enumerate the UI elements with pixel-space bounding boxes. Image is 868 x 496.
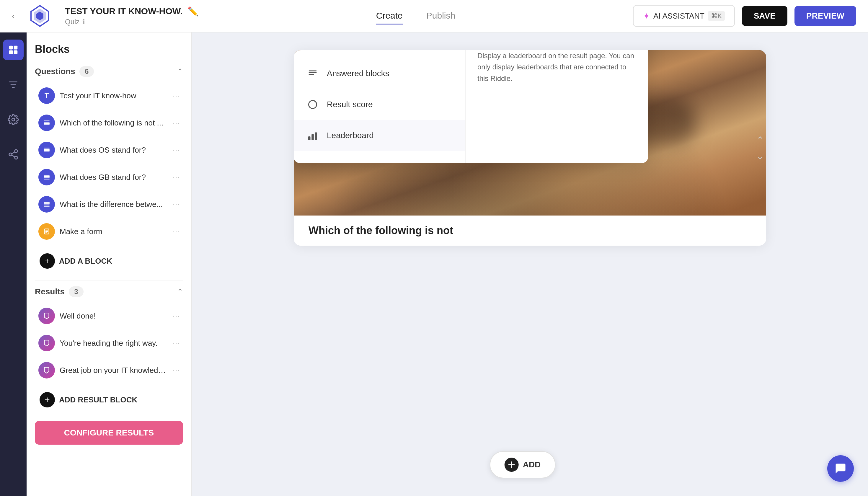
configure-results-button[interactable]: CONFIGURE RESULTS xyxy=(35,421,183,445)
navbar-actions: ✦ AI ASSISTANT ⌘K SAVE PREVIEW xyxy=(633,5,856,27)
block-more-icon[interactable]: ··· xyxy=(173,118,180,127)
ai-label: AI ASSISTANT xyxy=(653,12,704,21)
scroll-up-icon[interactable]: ⌃ xyxy=(756,135,764,145)
block-label: Make a form xyxy=(60,227,168,236)
list-item[interactable]: What does GB stand for? ··· xyxy=(35,164,183,190)
block-more-icon[interactable]: ··· xyxy=(173,172,180,182)
svg-rect-19 xyxy=(311,134,314,140)
questions-chevron-icon[interactable]: ⌃ xyxy=(177,67,183,76)
leaderboard-icon xyxy=(306,128,320,143)
svg-point-8 xyxy=(15,150,18,153)
block-label: Well done! xyxy=(60,311,168,321)
list-item[interactable]: Which of the following is not ... ··· xyxy=(35,110,183,136)
block-icon-t: T xyxy=(38,88,55,104)
title-area: TEST YOUR IT KNOW-HOW. ✏️ Quiz ℹ xyxy=(65,6,198,26)
back-button[interactable]: ‹ xyxy=(12,11,15,21)
blocks-panel: Blocks Questions 6 ⌃ T Test your IT know… xyxy=(27,32,192,496)
block-icon-eq2 xyxy=(38,142,55,158)
preview-button[interactable]: PREVIEW xyxy=(794,6,856,26)
svg-point-10 xyxy=(15,156,18,159)
list-item[interactable]: Well done! ··· xyxy=(35,303,183,329)
svg-line-11 xyxy=(12,155,15,157)
block-label: Great job on your IT knowledg... xyxy=(60,366,168,375)
sidebar-icon-settings[interactable] xyxy=(3,109,24,130)
add-block-label: ADD A BLOCK xyxy=(59,257,112,266)
ai-shortcut: ⌘K xyxy=(708,11,725,21)
ai-star-icon: ✦ xyxy=(643,11,650,21)
list-item[interactable]: What does OS stand for? ··· xyxy=(35,137,183,163)
result-icon-1 xyxy=(38,308,55,324)
quiz-type: Quiz xyxy=(65,18,79,26)
list-item[interactable]: What is the difference betwe... ··· xyxy=(35,191,183,217)
add-result-block-button[interactable]: + ADD RESULT BLOCK xyxy=(35,387,183,413)
block-more-icon[interactable]: ··· xyxy=(173,91,180,100)
app-logo[interactable] xyxy=(27,3,53,29)
block-more-icon[interactable]: ··· xyxy=(173,200,180,209)
block-more-icon[interactable]: ··· xyxy=(173,145,180,155)
add-floating-button[interactable]: ADD xyxy=(490,451,556,478)
list-item[interactable]: Great job on your IT knowledg... ··· xyxy=(35,357,183,383)
add-block-button[interactable]: + ADD A BLOCK xyxy=(35,248,183,274)
block-icon-eq xyxy=(38,114,55,131)
section-divider xyxy=(35,280,183,280)
sidebar-icon-share[interactable] xyxy=(3,144,24,165)
list-item[interactable]: Make a form ··· xyxy=(35,218,183,245)
canvas-card: Which of the following is not ADD BLOCK xyxy=(294,50,766,246)
chat-button[interactable] xyxy=(827,455,854,482)
add-result-block-label: ADD RESULT BLOCK xyxy=(59,395,137,404)
block-label: Which of the following is not ... xyxy=(60,119,168,127)
result-icon-2 xyxy=(38,335,55,351)
list-item[interactable]: You're heading the right way. ··· xyxy=(35,330,183,356)
popup-menu-button[interactable]: Button xyxy=(294,50,465,58)
popup-answered-label: Answered blocks xyxy=(327,69,389,78)
block-more-icon[interactable]: ··· xyxy=(173,227,180,236)
answered-blocks-icon xyxy=(306,66,320,81)
results-chevron-icon[interactable]: ⌃ xyxy=(177,288,183,296)
results-count: 3 xyxy=(69,286,83,297)
block-label: What does OS stand for? xyxy=(60,145,168,155)
svg-rect-4 xyxy=(14,46,18,50)
block-icon-eq3 xyxy=(38,169,55,185)
question-list: T Test your IT know-how ··· Which of the… xyxy=(35,83,183,245)
ai-assistant-button[interactable]: ✦ AI ASSISTANT ⌘K xyxy=(633,5,735,27)
svg-rect-6 xyxy=(14,50,18,54)
results-section-header: Results 3 ⌃ xyxy=(35,286,183,297)
lb-description: Display a leaderboard on the result page… xyxy=(477,50,636,84)
sidebar-icons xyxy=(0,32,27,496)
question-preview-label: Which of the following is not xyxy=(309,224,453,236)
scroll-down-icon[interactable]: ⌄ xyxy=(756,151,764,161)
nav-tabs: Create Publish xyxy=(210,8,621,25)
save-button[interactable]: SAVE xyxy=(742,6,787,26)
navbar: ‹ TEST YOUR IT KNOW-HOW. ✏️ Quiz ℹ Creat… xyxy=(0,0,868,32)
add-float-icon xyxy=(505,458,519,472)
blocks-panel-title: Blocks xyxy=(35,43,183,56)
block-more-icon[interactable]: ··· xyxy=(173,366,180,375)
tab-create[interactable]: Create xyxy=(376,8,403,25)
block-more-icon[interactable]: ··· xyxy=(173,338,180,348)
block-label: Test your IT know-how xyxy=(60,91,168,100)
main-layout: Blocks Questions 6 ⌃ T Test your IT know… xyxy=(0,32,868,496)
list-item[interactable]: T Test your IT know-how ··· xyxy=(35,83,183,109)
popup-menu-result-score[interactable]: Result score xyxy=(294,89,465,120)
svg-rect-5 xyxy=(9,50,13,54)
sidebar-icon-blocks[interactable] xyxy=(3,40,24,60)
popup-leaderboard-label: Leaderboard xyxy=(327,131,374,140)
question-text-preview: Which of the following is not xyxy=(294,216,766,246)
result-score-icon xyxy=(306,97,320,112)
quiz-title: TEST YOUR IT KNOW-HOW. xyxy=(65,6,183,16)
info-icon[interactable]: ℹ xyxy=(82,18,85,26)
scroll-controls: ⌃ ⌄ xyxy=(756,135,764,161)
edit-icon[interactable]: ✏️ xyxy=(187,6,198,17)
popup-left-panel: ADD BLOCK Media xyxy=(294,50,465,163)
add-circle-icon: + xyxy=(40,253,55,269)
popup-menu-leaderboard[interactable]: Leaderboard xyxy=(294,120,465,151)
popup-menu-answered-blocks[interactable]: Answered blocks xyxy=(294,58,465,89)
tab-publish[interactable]: Publish xyxy=(426,8,455,25)
questions-count: 6 xyxy=(79,66,94,77)
add-result-circle-icon: + xyxy=(40,392,55,407)
block-label: You're heading the right way. xyxy=(60,339,168,348)
block-more-icon[interactable]: ··· xyxy=(173,311,180,321)
popup-result-score-label: Result score xyxy=(327,100,373,109)
sidebar-icon-filter[interactable] xyxy=(3,74,24,95)
block-label: What does GB stand for? xyxy=(60,173,168,182)
